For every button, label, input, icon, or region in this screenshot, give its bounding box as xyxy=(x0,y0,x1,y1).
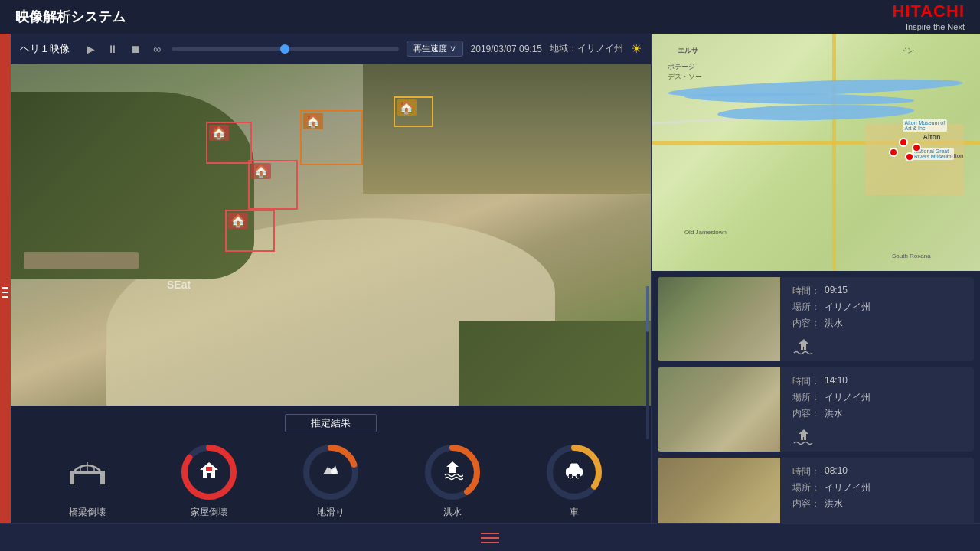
event-thumb-1 xyxy=(658,277,780,361)
flood-icon xyxy=(442,459,463,485)
road xyxy=(24,252,139,269)
map-road-vertical xyxy=(832,34,836,271)
event-content-row-3: 内容： 洪水 xyxy=(792,497,968,510)
loc-value-1: イリノイ州 xyxy=(825,301,871,314)
map-pin-2 xyxy=(912,143,921,152)
landslide-icon xyxy=(320,459,341,485)
car-svg-icon xyxy=(564,459,585,481)
pause-button[interactable]: ⏸ xyxy=(104,41,121,57)
event-content-row-1: 内容： 洪水 xyxy=(792,317,968,330)
progress-dot xyxy=(280,44,289,54)
bridge-icon xyxy=(68,457,106,487)
town-area xyxy=(363,64,651,194)
time-value-3: 08:10 xyxy=(825,465,848,478)
event-info-1: 時間： 09:15 場所： イリノイ州 内容： 洪水 xyxy=(786,277,974,361)
stop-button[interactable]: ⏹ xyxy=(127,41,144,57)
scrollbar-thumb[interactable] xyxy=(646,286,649,332)
seat-label: SEat xyxy=(167,279,191,291)
loc-label-3: 場所： xyxy=(792,481,820,494)
content-label-3: 内容： xyxy=(792,497,820,510)
map-label-2: ドン xyxy=(900,46,914,56)
sidebar-line-1 xyxy=(2,287,8,289)
map-label-alton: Alton xyxy=(923,133,941,141)
detection-box-1: 🏠 xyxy=(206,122,252,164)
event-thumb-bg-1 xyxy=(658,277,780,361)
svg-rect-2 xyxy=(100,474,105,484)
car-icon xyxy=(564,459,585,485)
progress-bar[interactable] xyxy=(172,47,399,51)
detection-box-4: 🏠 xyxy=(300,110,363,165)
weather-icon: ☀ xyxy=(631,41,642,56)
flood-event-svg-2 xyxy=(792,428,815,446)
play-button[interactable]: ▶ xyxy=(83,41,98,57)
menu-line-3 xyxy=(481,542,499,543)
loop-button[interactable]: ∞ xyxy=(150,41,164,57)
content-value-1: 洪水 xyxy=(825,317,843,330)
bridge-label: 橋梁倒壊 xyxy=(69,506,106,519)
main-layout: ヘリ１映像 ▶ ⏸ ⏹ ∞ 再生速度 ∨ 2019/03/07 09:15 地域… xyxy=(0,34,980,551)
time-value-2: 14:10 xyxy=(825,375,848,388)
car-label: 車 xyxy=(570,506,579,519)
detection-icon-4: 🏠 xyxy=(303,113,323,129)
map-pin-3 xyxy=(889,148,898,157)
location-info: 地域：イリノイ州 xyxy=(550,42,623,55)
event-thumb-bg-2 xyxy=(658,367,780,452)
map-container[interactable]: エルサ ドン ポテージデス・ソー Alton West Alton Old Ja… xyxy=(652,34,980,271)
time-label-3: 時間： xyxy=(792,465,820,478)
stats-title: 推定結果 xyxy=(285,414,377,432)
museum-label: Alton Museum ofArt & Inc. xyxy=(903,119,948,132)
event-time-row-1: 時間： 09:15 xyxy=(792,285,968,298)
hitachi-brand: HITACHI xyxy=(892,2,965,21)
left-sidebar[interactable] xyxy=(0,34,11,551)
content-value-2: 洪水 xyxy=(825,407,843,420)
loc-value-3: イリノイ州 xyxy=(825,481,871,494)
map-river-lower xyxy=(717,103,915,122)
menu-button[interactable] xyxy=(481,533,499,543)
house-donut xyxy=(178,442,240,503)
event-info-2: 時間： 14:10 場所： イリノイ州 内容： 洪水 xyxy=(786,367,974,452)
map-label-3: ポテージデス・ソー xyxy=(668,62,702,82)
event-content-row-2: 内容： 洪水 xyxy=(792,407,968,420)
house-label: 家屋倒壊 xyxy=(191,506,227,519)
video-background: 🏠 🏠 🏠 🏠 🏠 SEat xyxy=(11,64,651,406)
detection-box-2: 🏠 xyxy=(248,160,298,210)
house-svg-icon xyxy=(198,459,220,481)
video-label: ヘリ１映像 xyxy=(20,42,70,56)
sidebar-line-3 xyxy=(2,296,8,298)
flood-event-svg-1 xyxy=(792,337,815,356)
event-item-2[interactable]: 時間： 14:10 場所： イリノイ州 内容： 洪水 xyxy=(658,367,974,452)
bottom-vegetation xyxy=(459,321,651,406)
play-controls: ▶ ⏸ ⏹ ∞ xyxy=(83,41,164,57)
detection-box-3: 🏠 xyxy=(225,210,275,252)
event-item-1[interactable]: 時間： 09:15 場所： イリノイ州 内容： 洪水 xyxy=(658,277,974,361)
map-label-5: South Roxana xyxy=(892,253,931,259)
landslide-svg-icon xyxy=(320,459,341,481)
sidebar-line-2 xyxy=(2,292,8,293)
app-title: 映像解析システム xyxy=(15,8,126,26)
event-time-row-3: 時間： 08:10 xyxy=(792,465,968,478)
landslide-donut xyxy=(300,442,361,503)
svg-rect-8 xyxy=(206,467,212,471)
event-thumb-2 xyxy=(658,367,780,452)
bridge-icon-wrap xyxy=(57,442,118,503)
detection-icon-3: 🏠 xyxy=(228,213,248,229)
flood-label: 洪水 xyxy=(443,506,462,519)
flood-donut xyxy=(422,442,483,503)
bottom-bar xyxy=(0,523,980,551)
right-panel: エルサ ドン ポテージデス・ソー Alton West Alton Old Ja… xyxy=(651,34,980,551)
speed-button[interactable]: 再生速度 ∨ xyxy=(407,41,463,57)
hitachi-logo: HITACHI Inspire the Next xyxy=(892,2,965,32)
map-river-branch xyxy=(684,91,914,106)
event-time-row-2: 時間： 14:10 xyxy=(792,375,968,388)
map-background: エルサ ドン ポテージデス・ソー Alton West Alton Old Ja… xyxy=(652,34,980,271)
svg-point-11 xyxy=(331,468,337,474)
events-list: 時間： 09:15 場所： イリノイ州 内容： 洪水 xyxy=(652,271,980,551)
event-loc-row-2: 場所： イリノイ州 xyxy=(792,391,968,404)
house-icon xyxy=(198,459,220,485)
event-loc-row-1: 場所： イリノイ州 xyxy=(792,301,968,314)
detection-icon-1: 🏠 xyxy=(209,125,229,141)
date-info: 2019/03/07 09:15 xyxy=(471,44,542,54)
loc-value-2: イリノイ州 xyxy=(825,391,871,404)
event-loc-row-3: 場所： イリノイ州 xyxy=(792,481,968,494)
svg-rect-1 xyxy=(70,474,74,484)
